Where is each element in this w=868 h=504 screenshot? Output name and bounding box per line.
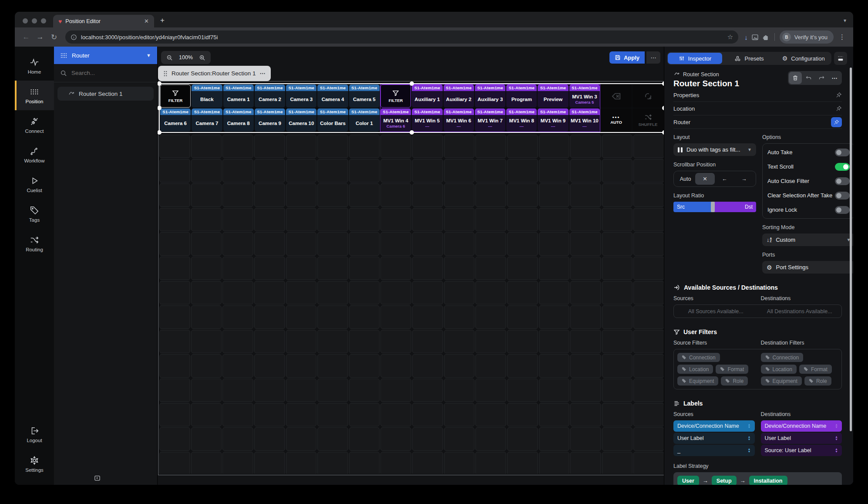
- grid-cell[interactable]: [191, 257, 222, 280]
- grid-cell[interactable]: [349, 403, 380, 426]
- close-window-button[interactable]: [23, 18, 28, 24]
- new-tab-button[interactable]: +: [154, 16, 165, 27]
- grid-cell[interactable]: [159, 452, 190, 474]
- grid-cell[interactable]: [254, 305, 285, 329]
- nav-item-logout[interactable]: Logout: [15, 419, 54, 449]
- label-row[interactable]: Source: User Label ▲▼: [761, 445, 842, 456]
- grid-cell[interactable]: [602, 281, 633, 304]
- grid-cell[interactable]: [380, 452, 411, 474]
- grid-cell[interactable]: [412, 183, 443, 207]
- label-row[interactable]: Device/Connection Name ▲▼: [761, 420, 842, 432]
- grid-cell[interactable]: [633, 452, 664, 474]
- grid-cell[interactable]: [317, 281, 348, 304]
- grid-cell[interactable]: [570, 232, 601, 256]
- toggle-switch[interactable]: [835, 163, 850, 171]
- panel-scrollbar[interactable]: [850, 68, 852, 431]
- option-toggle-row[interactable]: Text Scroll: [763, 159, 853, 174]
- pin-icon[interactable]: [836, 105, 842, 112]
- label-row[interactable]: User Label ▲▼: [673, 433, 755, 444]
- destination-button[interactable]: S1-Atem1me MV1 Win 3Camera 5: [569, 85, 600, 108]
- nav-item-home[interactable]: Home: [15, 51, 54, 81]
- minimize-window-button[interactable]: [32, 18, 37, 24]
- position-canvas[interactable]: 100% Apply ⋯ Router Section:Router Secti…: [158, 47, 664, 485]
- grid-cell[interactable]: [159, 281, 190, 304]
- grid-cell[interactable]: [286, 354, 317, 378]
- grid-cell[interactable]: [602, 379, 633, 402]
- grid-cell[interactable]: [191, 305, 222, 329]
- nav-item-workflow[interactable]: Workflow: [15, 140, 54, 169]
- grid-cell[interactable]: [380, 183, 411, 207]
- grid-cell[interactable]: [254, 379, 285, 402]
- grid-cell[interactable]: [286, 452, 317, 474]
- grid-cell[interactable]: [159, 208, 190, 231]
- destination-button[interactable]: S1-Atem1me Auxiliary 1: [412, 85, 442, 108]
- port-settings-button[interactable]: ⚙ Port Settings: [762, 261, 853, 274]
- tab-inspector[interactable]: Inspector: [668, 53, 722, 64]
- grid-cell[interactable]: [602, 257, 633, 280]
- grid-cell[interactable]: [539, 403, 570, 426]
- zoom-out-icon[interactable]: [166, 54, 173, 61]
- grid-cell[interactable]: [349, 305, 380, 329]
- grid-cell[interactable]: [475, 305, 506, 329]
- grid-cell[interactable]: [539, 281, 570, 304]
- grid-cell[interactable]: [317, 403, 348, 426]
- sidebar-item-router-section[interactable]: Router Section 1: [57, 87, 154, 101]
- grid-cell[interactable]: [286, 427, 317, 451]
- source-button[interactable]: S1-Atem1me Camera 6: [160, 108, 191, 132]
- grid-cell[interactable]: [222, 281, 253, 304]
- grid-cell[interactable]: [475, 379, 506, 402]
- grid-cell[interactable]: [349, 135, 380, 158]
- tab-search-chevron-icon[interactable]: ▾: [844, 17, 846, 24]
- grid-cell[interactable]: [349, 379, 380, 402]
- destination-button[interactable]: S1-Atem1me Auxiliary 2: [444, 85, 474, 108]
- source-button[interactable]: S1-Atem1me Camera 1: [223, 85, 254, 108]
- grid-cell[interactable]: [475, 159, 506, 183]
- grid-cell[interactable]: [602, 183, 633, 207]
- grid-cell[interactable]: [633, 257, 664, 280]
- grid-cell[interactable]: [380, 135, 411, 158]
- grid-cell[interactable]: [633, 403, 664, 426]
- grid-cell[interactable]: [191, 427, 222, 451]
- grid-cell[interactable]: [507, 232, 538, 256]
- grid-cell[interactable]: [570, 403, 601, 426]
- grid-cell[interactable]: [286, 305, 317, 329]
- grid-cell[interactable]: [444, 330, 475, 353]
- grid-cell[interactable]: [222, 452, 253, 474]
- grid-cell[interactable]: [286, 232, 317, 256]
- grid-cell[interactable]: [254, 330, 285, 353]
- filter-chip[interactable]: Equipment: [761, 376, 802, 386]
- layout-ratio-slider[interactable]: Src Dst: [673, 202, 756, 212]
- filter-chip[interactable]: Connection: [677, 353, 720, 362]
- router-section-widget[interactable]: FILTER S1-Atem1me Black S1-Atem1me Camer…: [159, 83, 664, 133]
- grid-cell[interactable]: [317, 232, 348, 256]
- grid-cell[interactable]: [380, 379, 411, 402]
- grid-cell[interactable]: [317, 208, 348, 231]
- grid-cell[interactable]: [539, 330, 570, 353]
- grid-cell[interactable]: [159, 305, 190, 329]
- grid-cell[interactable]: [380, 305, 411, 329]
- filter-chip[interactable]: Location: [761, 365, 797, 374]
- scrollbar-left-option[interactable]: ←: [715, 173, 734, 185]
- grid-cell[interactable]: [539, 452, 570, 474]
- reorder-arrows-icon[interactable]: ▲▼: [748, 448, 751, 453]
- grid-cell[interactable]: [317, 257, 348, 280]
- grid-cell[interactable]: [412, 135, 443, 158]
- grid-cell[interactable]: [222, 257, 253, 280]
- grid-cell[interactable]: [633, 305, 664, 329]
- verify-profile-button[interactable]: B Verify it's you: [780, 30, 834, 44]
- apply-more-button[interactable]: ⋯: [646, 51, 660, 64]
- grid-cell[interactable]: [412, 281, 443, 304]
- grid-cell[interactable]: [602, 354, 633, 378]
- grid-cell[interactable]: [222, 208, 253, 231]
- grid-cell[interactable]: [286, 135, 317, 158]
- back-button[interactable]: ←: [21, 33, 31, 41]
- grid-cell[interactable]: [539, 427, 570, 451]
- source-button[interactable]: S1-Atem1me Camera 8: [223, 108, 254, 132]
- grid-cell[interactable]: [444, 281, 475, 304]
- grid-cell[interactable]: [633, 379, 664, 402]
- grid-cell[interactable]: [254, 135, 285, 158]
- grid-cell[interactable]: [602, 427, 633, 451]
- grid-cell[interactable]: [475, 232, 506, 256]
- grid-cell[interactable]: [570, 305, 601, 329]
- grid-cell[interactable]: [570, 257, 601, 280]
